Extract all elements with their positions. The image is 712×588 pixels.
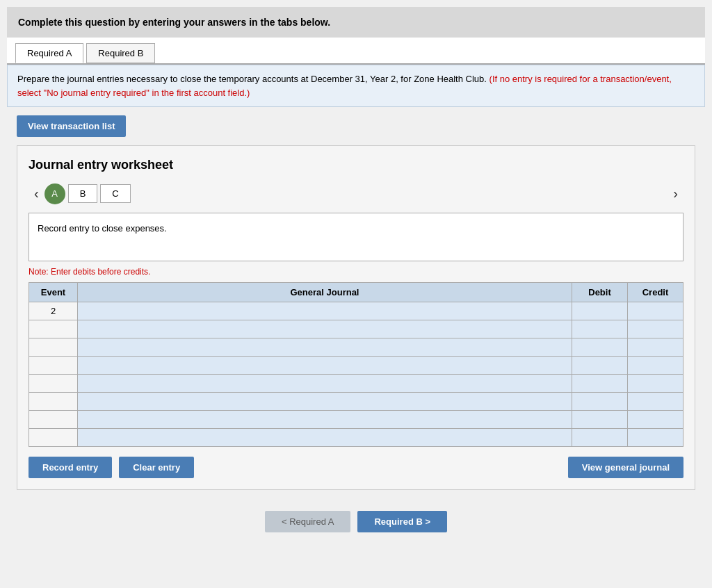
- tabs-container: Required A Required B: [7, 38, 705, 65]
- entry-description-box: Record entry to close expenses.: [29, 213, 683, 261]
- debit-input-7[interactable]: [572, 411, 627, 428]
- event-cell-8: [29, 429, 78, 447]
- journal-input-2[interactable]: [78, 320, 572, 338]
- credit-cell-1[interactable]: [628, 302, 683, 320]
- table-row: [29, 357, 683, 375]
- credit-input-2[interactable]: [628, 320, 683, 338]
- instructions-main: Prepare the journal entries necessary to…: [17, 74, 487, 84]
- debit-cell-7[interactable]: [572, 411, 628, 429]
- journal-cell-7[interactable]: [78, 411, 572, 429]
- table-row: 2: [29, 302, 683, 320]
- journal-cell-5[interactable]: [78, 375, 572, 393]
- credit-cell-7[interactable]: [628, 411, 683, 429]
- journal-cell-2[interactable]: [78, 320, 572, 338]
- credit-input-7[interactable]: [628, 411, 683, 428]
- event-cell-1: 2: [29, 302, 78, 320]
- event-cell-7: [29, 411, 78, 429]
- instruction-bar: Complete this question by entering your …: [7, 7, 705, 38]
- credit-cell-5[interactable]: [628, 375, 683, 393]
- tab-required-b[interactable]: Required B: [86, 43, 155, 63]
- journal-input-8[interactable]: [78, 429, 572, 446]
- debit-cell-8[interactable]: [572, 429, 628, 447]
- worksheet-card: Journal entry worksheet ‹ A B C › Record…: [17, 145, 695, 490]
- table-row: [29, 320, 683, 338]
- debit-input-5[interactable]: [572, 375, 627, 392]
- credit-cell-4[interactable]: [628, 357, 683, 375]
- credit-cell-8[interactable]: [628, 429, 683, 447]
- credit-input-6[interactable]: [628, 393, 683, 410]
- event-cell-2: [29, 320, 78, 338]
- nav-arrow-left[interactable]: ‹: [29, 183, 44, 204]
- credit-input-5[interactable]: [628, 375, 683, 392]
- instructions-panel: Prepare the journal entries necessary to…: [7, 65, 705, 107]
- note-text: Note: Enter debits before credits.: [29, 267, 683, 277]
- journal-cell-6[interactable]: [78, 393, 572, 411]
- credit-input-4[interactable]: [628, 357, 683, 374]
- credit-input-8[interactable]: [628, 429, 683, 446]
- bottom-nav: < Required A Required B >: [7, 500, 705, 544]
- nav-tab-a[interactable]: A: [44, 183, 65, 204]
- worksheet-title: Journal entry worksheet: [29, 157, 683, 173]
- debit-cell-1[interactable]: [572, 302, 628, 320]
- debit-cell-3[interactable]: [572, 338, 628, 357]
- entry-description-text: Record entry to close expenses.: [38, 223, 167, 234]
- journal-input-5[interactable]: [78, 375, 572, 392]
- view-general-journal-button[interactable]: View general journal: [568, 457, 683, 478]
- table-row: [29, 375, 683, 393]
- event-cell-3: [29, 338, 78, 357]
- nav-arrow-right[interactable]: ›: [668, 183, 683, 204]
- tab-required-a[interactable]: Required A: [15, 43, 83, 63]
- nav-tab-b[interactable]: B: [68, 184, 98, 203]
- debit-input-1[interactable]: [572, 302, 627, 320]
- clear-entry-button[interactable]: Clear entry: [119, 457, 194, 478]
- col-header-event: Event: [29, 283, 78, 302]
- event-cell-6: [29, 393, 78, 411]
- table-row: [29, 411, 683, 429]
- credit-input-3[interactable]: [628, 338, 683, 356]
- journal-cell-1[interactable]: [78, 302, 572, 320]
- next-nav-button[interactable]: Required B >: [357, 511, 447, 532]
- credit-input-1[interactable]: [628, 302, 683, 320]
- journal-table: Event General Journal Debit Credit 2: [29, 282, 683, 447]
- debit-input-4[interactable]: [572, 357, 627, 374]
- credit-cell-6[interactable]: [628, 393, 683, 411]
- action-buttons: Record entry Clear entry View general jo…: [29, 457, 683, 478]
- col-header-journal: General Journal: [78, 283, 572, 302]
- journal-cell-3[interactable]: [78, 338, 572, 357]
- journal-input-6[interactable]: [78, 393, 572, 410]
- debit-input-6[interactable]: [572, 393, 627, 410]
- journal-cell-8[interactable]: [78, 429, 572, 447]
- journal-input-7[interactable]: [78, 411, 572, 428]
- event-cell-4: [29, 357, 78, 375]
- debit-cell-4[interactable]: [572, 357, 628, 375]
- debit-input-2[interactable]: [572, 320, 627, 338]
- col-header-credit: Credit: [628, 283, 683, 302]
- credit-cell-3[interactable]: [628, 338, 683, 357]
- journal-input-3[interactable]: [78, 338, 572, 356]
- event-cell-5: [29, 375, 78, 393]
- journal-input-4[interactable]: [78, 357, 572, 374]
- nav-tab-c[interactable]: C: [100, 184, 130, 203]
- debit-cell-6[interactable]: [572, 393, 628, 411]
- debit-input-3[interactable]: [572, 338, 627, 356]
- col-header-debit: Debit: [572, 283, 628, 302]
- debit-input-8[interactable]: [572, 429, 627, 446]
- credit-cell-2[interactable]: [628, 320, 683, 338]
- journal-input-1[interactable]: [78, 302, 572, 320]
- debit-cell-5[interactable]: [572, 375, 628, 393]
- view-transaction-button[interactable]: View transaction list: [17, 115, 126, 137]
- debit-cell-2[interactable]: [572, 320, 628, 338]
- instruction-text: Complete this question by entering your …: [18, 17, 330, 28]
- table-row: [29, 338, 683, 357]
- journal-cell-4[interactable]: [78, 357, 572, 375]
- prev-nav-button[interactable]: < Required A: [265, 511, 351, 532]
- record-entry-button[interactable]: Record entry: [29, 457, 112, 478]
- table-row: [29, 393, 683, 411]
- table-row: [29, 429, 683, 447]
- worksheet-nav: ‹ A B C ›: [29, 183, 683, 204]
